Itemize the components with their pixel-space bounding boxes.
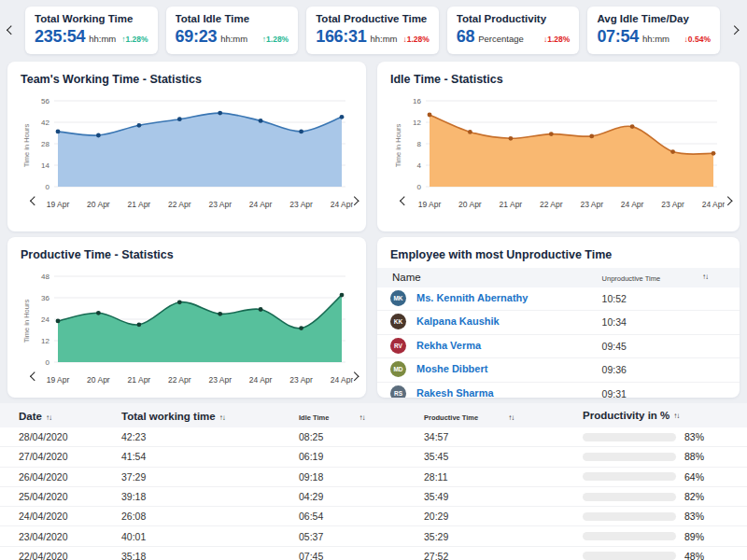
svg-text:22 Apr: 22 Apr bbox=[540, 200, 563, 209]
sort-icon[interactable]: ↑↓ bbox=[46, 413, 51, 422]
unproductive-time-value: 09:36 bbox=[602, 364, 627, 375]
svg-text:23 Apr: 23 Apr bbox=[208, 375, 232, 385]
kpi-value: 68 bbox=[457, 27, 474, 47]
daily-table-row: 23/04/202040:0105:3735:2989% bbox=[0, 526, 747, 546]
employee-name-link[interactable]: Ms. Kennith Abernathy bbox=[416, 292, 528, 303]
chevron-left-icon bbox=[30, 371, 38, 380]
daily-column-header: Date↑↓ bbox=[0, 407, 121, 424]
column-label: Productivity in % bbox=[583, 410, 669, 421]
avatar: RV bbox=[390, 338, 406, 354]
arrow-up-icon: ↑ bbox=[121, 35, 125, 44]
employee-row[interactable]: RVRekha Verma09:45 bbox=[377, 335, 740, 358]
sort-icon[interactable]: ↑↓ bbox=[219, 413, 225, 422]
kpi-card: Avg Idle Time/Day07:54hh:mm↓0.54% bbox=[587, 7, 720, 54]
avatar: MD bbox=[390, 361, 406, 377]
daily-table-header: Date↑↓Total working time↑↓Idle Time↑↓Pro… bbox=[0, 403, 747, 427]
employee-row[interactable]: MDMoshe Dibbert09:36 bbox=[377, 358, 740, 382]
svg-text:4: 4 bbox=[417, 161, 422, 170]
kpi-card: Total Productivity68Percentage↓1.28% bbox=[447, 7, 580, 54]
kpi-unit: Percentage bbox=[478, 34, 524, 44]
chart-prev-button[interactable] bbox=[28, 370, 41, 383]
kpi-unit: hh:mm bbox=[89, 34, 116, 44]
productive-time-chart-svg: Time in Hours01224364819 Apr20 Apr21 Apr… bbox=[21, 265, 353, 390]
kpi-value-row: 07:54hh:mm↓0.54% bbox=[597, 27, 711, 47]
idle-time-chart: Time in Hours048121619 Apr20 Apr21 Apr22… bbox=[377, 90, 740, 215]
kpi-unit: hh:mm bbox=[370, 34, 397, 44]
kpi-value: 69:23 bbox=[176, 27, 218, 47]
kpi-cards: Total Working Time235:54hh:mm↑1.28%Total… bbox=[25, 7, 720, 54]
svg-text:19 Apr: 19 Apr bbox=[47, 375, 70, 385]
svg-text:24 Apr: 24 Apr bbox=[249, 200, 273, 209]
unproductive-employees-card: Employee with most Unproductive Time Nam… bbox=[377, 237, 740, 398]
kpi-prev-button[interactable] bbox=[4, 12, 19, 49]
svg-text:22 Apr: 22 Apr bbox=[168, 200, 191, 209]
daily-table-row: 22/04/202035:1807:4527:5248% bbox=[0, 547, 747, 560]
svg-text:0: 0 bbox=[46, 358, 50, 367]
chart-prev-button[interactable] bbox=[28, 194, 41, 207]
svg-text:23 Apr: 23 Apr bbox=[580, 200, 603, 209]
chart-prev-button[interactable] bbox=[398, 194, 411, 207]
productive-time-chart-title: Productive Time - Statistics bbox=[7, 237, 366, 261]
sort-icon[interactable]: ↑↓ bbox=[508, 413, 514, 422]
kpi-value-row: 235:54hh:mm↑1.28% bbox=[35, 27, 148, 47]
employee-name-link[interactable]: Kalpana Kaushik bbox=[416, 315, 500, 327]
svg-text:Time in Hours: Time in Hours bbox=[22, 124, 31, 168]
chart-next-button[interactable] bbox=[347, 370, 360, 383]
svg-text:23 Apr: 23 Apr bbox=[208, 200, 232, 209]
daily-column-header: Productive Time↑↓ bbox=[424, 407, 583, 424]
employee-name-link[interactable]: Rekha Verma bbox=[416, 340, 481, 351]
svg-text:23 Apr: 23 Apr bbox=[289, 200, 313, 209]
sort-icon[interactable]: ↑↓ bbox=[359, 413, 364, 422]
svg-text:12: 12 bbox=[41, 337, 49, 345]
kpi-title: Total Productive Time bbox=[316, 13, 430, 24]
idle-time-cell: 07:45 bbox=[299, 551, 424, 560]
date-cell: 26/04/2020 bbox=[0, 471, 121, 483]
svg-text:42: 42 bbox=[41, 119, 49, 127]
column-label: Idle Time bbox=[299, 413, 329, 422]
daily-table-row: 26/04/202037:2909:1828:1164% bbox=[0, 468, 747, 487]
working-time-cell: 39:18 bbox=[121, 491, 299, 502]
kpi-delta-down: ↓1.28% bbox=[402, 35, 429, 44]
svg-text:12: 12 bbox=[413, 119, 421, 127]
productivity-percent: 83% bbox=[684, 431, 704, 442]
kpi-title: Total Productivity bbox=[457, 13, 571, 24]
avatar: KK bbox=[390, 314, 406, 329]
unproductive-time-value: 09:45 bbox=[602, 341, 627, 352]
kpi-value: 235:54 bbox=[35, 27, 85, 47]
employee-row[interactable]: MKMs. Kennith Abernathy10:52 bbox=[377, 287, 740, 311]
kpi-card: Total Idle Time69:23hh:mm↑1.28% bbox=[166, 7, 299, 54]
employee-name-link[interactable]: Rakesh Sharma bbox=[416, 387, 494, 398]
employee-name-link[interactable]: Moshe Dibbert bbox=[416, 363, 487, 374]
productivity-bar-track bbox=[583, 532, 676, 540]
working-time-chart-svg: Time in Hours01428425619 Apr20 Apr21 Apr… bbox=[21, 90, 353, 215]
sort-icon[interactable]: ↑↓ bbox=[673, 412, 679, 420]
productive-time-cell: 35:49 bbox=[424, 491, 583, 502]
productivity-cell: 64% bbox=[583, 471, 747, 483]
svg-text:21 Apr: 21 Apr bbox=[500, 200, 523, 209]
idle-time-cell: 08:25 bbox=[299, 431, 424, 442]
date-cell: 24/04/2020 bbox=[0, 511, 121, 522]
working-time-cell: 26:08 bbox=[121, 511, 299, 522]
chevron-right-icon bbox=[723, 196, 731, 204]
working-time-cell: 40:01 bbox=[121, 531, 299, 542]
kpi-delta-down: ↓0.54% bbox=[684, 35, 711, 44]
productivity-cell: 89% bbox=[583, 531, 747, 542]
svg-text:20 Apr: 20 Apr bbox=[87, 375, 110, 385]
daily-table-row: 25/04/202039:1804:2935:4982% bbox=[0, 487, 747, 507]
kpi-card: Total Working Time235:54hh:mm↑1.28% bbox=[25, 7, 158, 54]
sort-icon[interactable]: ↑↓ bbox=[702, 273, 708, 281]
employee-row[interactable]: KKKalpana Kaushik10:34 bbox=[377, 311, 740, 334]
svg-text:20 Apr: 20 Apr bbox=[458, 200, 482, 209]
kpi-title: Total Working Time bbox=[35, 13, 148, 24]
chart-next-button[interactable] bbox=[721, 194, 734, 207]
productivity-percent: 64% bbox=[684, 471, 704, 483]
svg-text:0: 0 bbox=[417, 183, 422, 191]
daily-column-header: Productivity in %↑↓ bbox=[583, 410, 747, 421]
svg-text:23 Apr: 23 Apr bbox=[661, 200, 684, 209]
working-time-chart-card: Team's Working Time - Statistics Time in… bbox=[7, 62, 366, 231]
productive-time-chart: Time in Hours01224364819 Apr20 Apr21 Apr… bbox=[7, 265, 366, 390]
employee-row[interactable]: RSRakesh Sharma09:31 bbox=[377, 383, 740, 398]
chart-next-button[interactable] bbox=[347, 194, 360, 207]
svg-text:24 Apr: 24 Apr bbox=[249, 375, 273, 385]
kpi-next-button[interactable] bbox=[726, 12, 741, 49]
